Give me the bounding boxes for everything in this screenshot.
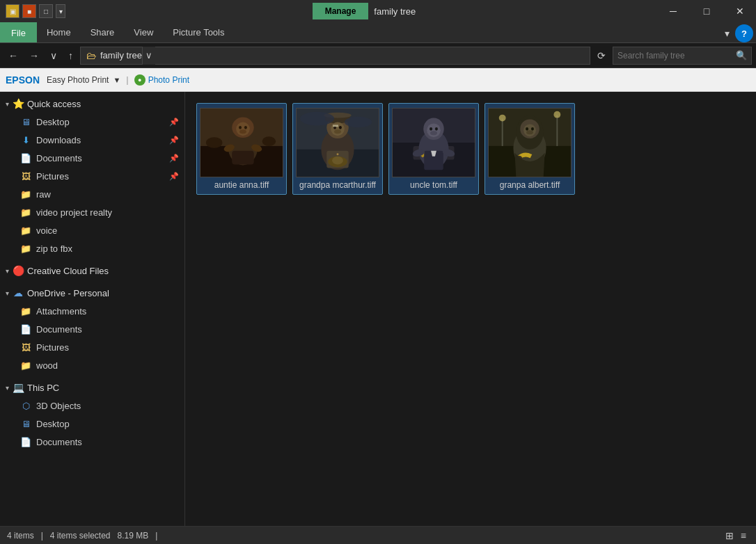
sidebar-item-onedrive-pictures[interactable]: 🖼 Pictures <box>0 338 184 356</box>
file-item-granpa-albert[interactable]: granpa albert.tiff <box>485 103 575 195</box>
sidebar-item-desktop[interactable]: 🖥 Desktop 📌 <box>0 113 184 131</box>
svg-point-53 <box>499 115 506 122</box>
status-divider-2: | <box>155 531 157 541</box>
refresh-button[interactable]: ⟳ <box>593 48 610 63</box>
tab-picture-tools[interactable]: Picture Tools <box>163 22 234 42</box>
epson-green-icon: ● <box>134 74 145 86</box>
sidebar-item-documents[interactable]: 📄 Documents 📌 <box>0 149 184 167</box>
zip-icon: 📁 <box>19 242 32 255</box>
window-title: family tree <box>374 6 416 17</box>
sidebar-item-downloads[interactable]: ⬇ Downloads 📌 <box>0 131 184 149</box>
sidebar-section-quick-access[interactable]: ▾ ⭐ Quick access <box>0 95 184 113</box>
photo-print-link[interactable]: Photo Print <box>148 75 189 85</box>
epson-divider: | <box>126 74 128 85</box>
epson-dropdown-button[interactable]: ▼ <box>113 76 120 84</box>
file-thumbnail-auntie-anna <box>200 108 283 177</box>
svg-rect-13 <box>232 151 253 165</box>
sidebar-item-pictures[interactable]: 🖼 Pictures 📌 <box>0 167 184 185</box>
ribbon-expand-button[interactable]: ▾ <box>719 25 735 42</box>
forward-button[interactable]: → <box>25 48 43 63</box>
address-text: family tree <box>100 50 142 61</box>
file-thumbnail-uncle-tom <box>392 108 475 177</box>
file-item-auntie-anna[interactable]: auntie anna.tiff <box>196 103 287 195</box>
tab-view[interactable]: View <box>124 22 163 42</box>
sidebar-item-zip[interactable]: 📁 zip to fbx <box>0 239 184 257</box>
svg-point-7 <box>244 126 247 129</box>
sidebar-item-3dobjects[interactable]: ⬡ 3D Objects <box>0 397 184 415</box>
minimize-button[interactable]: ─ <box>657 0 689 22</box>
file-thumbnail-grandpa-mcarthur <box>296 108 379 177</box>
creative-cloud-label: Creative Cloud Files <box>27 266 109 276</box>
sidebar-section-onedrive[interactable]: ▾ ☁ OneDrive - Personal <box>0 284 184 302</box>
file-item-grandpa-mcarthur[interactable]: grandpa mcarthur.tiff <box>292 103 383 195</box>
tab-file[interactable]: File <box>0 22 37 42</box>
epson-logo: EPSON <box>6 74 40 86</box>
path-dropdown-button[interactable]: ∨ <box>142 47 155 65</box>
svg-point-33 <box>345 117 372 128</box>
creative-cloud-arrow: ▾ <box>6 267 9 275</box>
epson-photo-print-section: ● Photo Print <box>134 74 189 86</box>
list-view-button[interactable]: ≡ <box>738 529 749 543</box>
app-icon-small: ▾ <box>56 4 65 18</box>
sidebar-item-video[interactable]: 📁 video project realty <box>0 203 184 221</box>
address-dropdown-button[interactable]: ∨ <box>46 48 61 63</box>
file-item-uncle-tom[interactable]: uncle tom.tiff <box>388 103 479 195</box>
file-label-auntie-anna: auntie anna.tiff <box>214 180 269 190</box>
documents-pin: 📌 <box>169 154 179 163</box>
voice-icon: 📁 <box>19 224 32 237</box>
thispc-icon: 💻 <box>12 381 24 394</box>
svg-point-42 <box>435 127 438 131</box>
status-divider-1: | <box>41 531 43 541</box>
help-button[interactable]: ? <box>735 24 753 42</box>
tab-share[interactable]: Share <box>81 22 125 42</box>
app-icon-orange: ■ <box>22 4 36 18</box>
grid-view-button[interactable]: ⊞ <box>723 529 737 543</box>
sidebar-item-voice[interactable]: 📁 voice <box>0 221 184 239</box>
sidebar-item-thispc-desktop[interactable]: 🖥 Desktop <box>0 415 184 433</box>
svg-point-24 <box>339 126 342 129</box>
sidebar-item-onedrive-documents[interactable]: 📄 Documents <box>0 320 184 338</box>
app-icon-gray: □ <box>39 4 53 18</box>
video-icon: 📁 <box>19 206 32 218</box>
search-button[interactable]: 🔍 <box>736 50 747 61</box>
app-icon-yellow: ▣ <box>6 4 19 18</box>
svg-point-32 <box>300 112 334 126</box>
maximize-button[interactable]: □ <box>691 0 723 22</box>
pictures-pin: 📌 <box>169 172 179 181</box>
sidebar-section-creative-cloud[interactable]: ▾ 🔴 Creative Cloud Files <box>0 262 184 280</box>
ribbon-expand: ▾ ? <box>719 24 756 42</box>
folder-icon: 🗁 <box>86 50 96 61</box>
sidebar-item-attachments[interactable]: 📁 Attachments <box>0 302 184 320</box>
status-bar: 4 items | 4 items selected 8.19 MB | ⊞ ≡ <box>0 526 756 544</box>
status-view-buttons: ⊞ ≡ <box>723 529 749 543</box>
onedrive-arrow: ▾ <box>6 289 9 297</box>
file-label-grandpa-mcarthur: grandpa mcarthur.tiff <box>299 180 376 190</box>
close-button[interactable]: ✕ <box>724 0 756 22</box>
address-bar: ← → ∨ ↑ 🗁 family tree ∨ ⟳ 🔍 <box>0 43 756 68</box>
tab-home[interactable]: Home <box>37 22 81 42</box>
up-button[interactable]: ↑ <box>64 48 77 63</box>
attachments-icon: 📁 <box>19 305 32 317</box>
thispc-docs-icon: 📄 <box>19 435 32 448</box>
onedrive-pictures-icon: 🖼 <box>19 341 32 353</box>
svg-point-31 <box>332 157 343 165</box>
creative-cloud-icon: 🔴 <box>12 264 24 277</box>
content-area: auntie anna.tiff <box>185 92 756 526</box>
back-button[interactable]: ← <box>4 48 22 63</box>
search-box: 🔍 <box>613 47 752 65</box>
manage-button[interactable]: Manage <box>313 3 369 19</box>
downloads-pin: 📌 <box>169 136 179 145</box>
sidebar-item-raw[interactable]: 📁 raw <box>0 185 184 203</box>
sidebar-section-thispc[interactable]: ▾ 💻 This PC <box>0 378 184 397</box>
selected-size: 8.19 MB <box>118 531 149 541</box>
item-count: 4 items <box>7 531 34 541</box>
address-path[interactable]: 🗁 family tree ∨ <box>80 47 590 65</box>
epson-bar: EPSON Easy Photo Print ▼ | ● Photo Print <box>0 68 756 92</box>
sidebar-item-thispc-documents[interactable]: 📄 Documents <box>0 433 184 451</box>
main-layout: ▾ ⭐ Quick access 🖥 Desktop 📌 ⬇ Downloads… <box>0 92 756 526</box>
svg-point-61 <box>526 130 533 134</box>
sidebar-item-wood[interactable]: 📁 wood <box>0 356 184 374</box>
svg-point-11 <box>206 137 223 148</box>
svg-point-58 <box>523 124 536 136</box>
search-input[interactable] <box>617 51 736 61</box>
